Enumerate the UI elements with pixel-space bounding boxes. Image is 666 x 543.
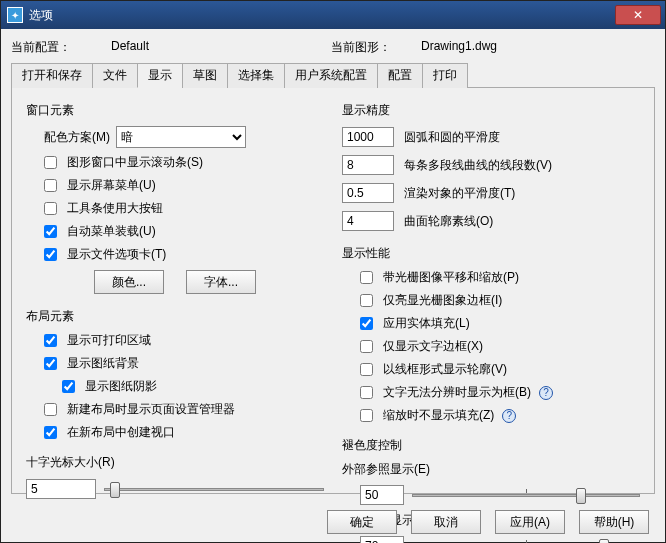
- tab-user-prefs[interactable]: 用户系统配置: [284, 63, 378, 88]
- window-title: 选项: [29, 7, 615, 24]
- help-icon[interactable]: ?: [539, 386, 553, 400]
- dialog-buttons: 确定 取消 应用(A) 帮助(H): [327, 510, 649, 534]
- tab-profiles[interactable]: 配置: [377, 63, 423, 88]
- tab-sketch[interactable]: 草图: [182, 63, 228, 88]
- file-tabs-checkbox[interactable]: [44, 248, 57, 261]
- highlight-raster-label: 仅亮显光栅图象边框(I): [383, 292, 502, 309]
- wireframe-checkbox[interactable]: [360, 363, 373, 376]
- current-config-label: 当前配置：: [11, 39, 91, 56]
- ok-button[interactable]: 确定: [327, 510, 397, 534]
- current-drawing-label: 当前图形：: [331, 39, 401, 56]
- current-drawing-value: Drawing1.dwg: [421, 39, 621, 56]
- solid-fill-label: 应用实体填充(L): [383, 315, 470, 332]
- paper-shadow-label: 显示图纸阴影: [85, 378, 157, 395]
- create-viewport-checkbox[interactable]: [44, 426, 57, 439]
- page-setup-mgr-label: 新建布局时显示页面设置管理器: [67, 401, 235, 418]
- file-tabs-label: 显示文件选项卡(T): [67, 246, 166, 263]
- polyline-segments-label: 每条多段线曲线的线段数(V): [404, 157, 640, 174]
- large-buttons-checkbox[interactable]: [44, 202, 57, 215]
- crosshair-size-label: 十字光标大小(R): [26, 454, 324, 471]
- text-frame-label: 仅显示文字边框(X): [383, 338, 483, 355]
- group-fade-control: 褪色度控制: [342, 437, 640, 454]
- scroll-bars-label: 图形窗口中显示滚动条(S): [67, 154, 203, 171]
- current-config-value: Default: [111, 39, 311, 56]
- paper-bg-checkbox[interactable]: [44, 357, 57, 370]
- raster-pan-checkbox[interactable]: [360, 271, 373, 284]
- surface-contour-label: 曲面轮廓素线(O): [404, 213, 640, 230]
- right-column: 显示精度 圆弧和圆的平滑度 每条多段线曲线的线段数(V) 渲染对象的平滑度(T)…: [342, 98, 640, 483]
- paper-shadow-checkbox[interactable]: [62, 380, 75, 393]
- color-scheme-label: 配色方案(M): [44, 129, 110, 146]
- group-layout-elements: 布局元素: [26, 308, 324, 325]
- tab-open-save[interactable]: 打开和保存: [11, 63, 93, 88]
- color-scheme-select[interactable]: 暗: [116, 126, 246, 148]
- zoom-fill-checkbox[interactable]: [360, 409, 373, 422]
- xref-display-input[interactable]: [360, 485, 404, 505]
- apply-button[interactable]: 应用(A): [495, 510, 565, 534]
- arc-smoothness-input[interactable]: [342, 127, 394, 147]
- group-display-precision: 显示精度: [342, 102, 640, 119]
- text-box-label: 文字无法分辨时显示为框(B): [383, 384, 531, 401]
- text-frame-checkbox[interactable]: [360, 340, 373, 353]
- help-button[interactable]: 帮助(H): [579, 510, 649, 534]
- xref-display-slider[interactable]: [412, 485, 640, 505]
- slider-thumb[interactable]: [599, 539, 609, 543]
- left-column: 窗口元素 配色方案(M) 暗 图形窗口中显示滚动条(S) 显示屏幕菜单(U) 工…: [26, 98, 324, 483]
- solid-fill-checkbox[interactable]: [360, 317, 373, 330]
- page-setup-mgr-checkbox[interactable]: [44, 403, 57, 416]
- screen-menu-checkbox[interactable]: [44, 179, 57, 192]
- xref-display-label: 外部参照显示(E): [342, 461, 640, 478]
- inplace-edit-slider[interactable]: [412, 536, 640, 543]
- render-smoothness-input[interactable]: [342, 183, 394, 203]
- close-button[interactable]: ✕: [615, 5, 661, 25]
- arc-smoothness-label: 圆弧和圆的平滑度: [404, 129, 640, 146]
- print-area-checkbox[interactable]: [44, 334, 57, 347]
- text-box-checkbox[interactable]: [360, 386, 373, 399]
- tab-selection[interactable]: 选择集: [227, 63, 285, 88]
- crosshair-size-input[interactable]: [26, 479, 96, 499]
- auto-menu-load-label: 自动菜单装载(U): [67, 223, 156, 240]
- highlight-raster-checkbox[interactable]: [360, 294, 373, 307]
- tab-strip: 打开和保存 文件 显示 草图 选择集 用户系统配置 配置 打印: [11, 62, 655, 88]
- fonts-button[interactable]: 字体...: [186, 270, 256, 294]
- group-window-elements: 窗口元素: [26, 102, 324, 119]
- options-dialog: ✦ 选项 ✕ 当前配置： Default 当前图形： Drawing1.dwg …: [0, 0, 666, 543]
- tab-file[interactable]: 文件: [92, 63, 138, 88]
- crosshair-size-slider[interactable]: [104, 479, 324, 499]
- wireframe-label: 以线框形式显示轮廓(V): [383, 361, 507, 378]
- large-buttons-label: 工具条使用大按钮: [67, 200, 163, 217]
- zoom-fill-label: 缩放时不显示填充(Z): [383, 407, 494, 424]
- scroll-bars-checkbox[interactable]: [44, 156, 57, 169]
- tab-display[interactable]: 显示: [137, 63, 183, 88]
- inplace-edit-input[interactable]: [360, 536, 404, 543]
- title-bar: ✦ 选项 ✕: [1, 1, 665, 29]
- tab-print[interactable]: 打印: [422, 63, 468, 88]
- polyline-segments-input[interactable]: [342, 155, 394, 175]
- print-area-label: 显示可打印区域: [67, 332, 151, 349]
- slider-thumb[interactable]: [576, 488, 586, 504]
- tab-panel-display: 窗口元素 配色方案(M) 暗 图形窗口中显示滚动条(S) 显示屏幕菜单(U) 工…: [11, 88, 655, 494]
- cancel-button[interactable]: 取消: [411, 510, 481, 534]
- raster-pan-label: 带光栅图像平移和缩放(P): [383, 269, 519, 286]
- slider-thumb[interactable]: [110, 482, 120, 498]
- paper-bg-label: 显示图纸背景: [67, 355, 139, 372]
- header-info: 当前配置： Default 当前图形： Drawing1.dwg: [11, 39, 655, 56]
- render-smoothness-label: 渲染对象的平滑度(T): [404, 185, 640, 202]
- auto-menu-load-checkbox[interactable]: [44, 225, 57, 238]
- create-viewport-label: 在新布局中创建视口: [67, 424, 175, 441]
- help-icon[interactable]: ?: [502, 409, 516, 423]
- app-icon: ✦: [7, 7, 23, 23]
- surface-contour-input[interactable]: [342, 211, 394, 231]
- group-display-performance: 显示性能: [342, 245, 640, 262]
- colors-button[interactable]: 颜色...: [94, 270, 164, 294]
- screen-menu-label: 显示屏幕菜单(U): [67, 177, 156, 194]
